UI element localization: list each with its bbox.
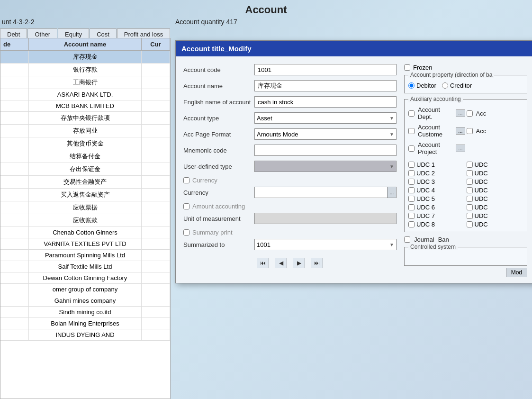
col-header-name: Account name xyxy=(29,38,142,50)
account-quantity: Account quantity 417 xyxy=(175,18,237,26)
account-project-button[interactable]: ... xyxy=(456,145,465,152)
udc3r-row: UDC xyxy=(467,178,523,185)
acc-page-format-select[interactable]: Amounts Mode ▼ xyxy=(254,128,397,140)
journal-checkbox[interactable] xyxy=(404,236,410,243)
frozen-checkbox[interactable] xyxy=(404,64,410,71)
account-code-row: Account code xyxy=(183,64,397,75)
account-customer-button[interactable]: ... xyxy=(456,127,465,135)
acc-page-format-label: Acc Page Format xyxy=(183,131,254,138)
udc3r-checkbox[interactable] xyxy=(467,179,473,185)
row-cur xyxy=(142,250,170,261)
debitor-radio-label[interactable]: Debitor xyxy=(408,82,436,89)
chevron-down-icon: ▼ xyxy=(389,116,394,121)
account-dept-button[interactable]: ... xyxy=(456,109,465,117)
udc2r-label: UDC xyxy=(475,170,488,177)
currency-input[interactable] xyxy=(254,187,387,198)
account-customer-checkbox[interactable] xyxy=(408,128,415,134)
table-row[interactable]: MCB BANK LIMITED xyxy=(0,100,170,112)
nav-prev-button[interactable]: ◀ xyxy=(275,258,287,268)
table-row[interactable]: Saif Textile Mills Ltd xyxy=(0,261,170,272)
row-cur xyxy=(142,318,170,329)
nav-next-button[interactable]: ▶ xyxy=(293,258,305,268)
account-dept-checkbox[interactable] xyxy=(408,110,415,117)
table-row[interactable]: 库存现金 xyxy=(0,51,170,63)
udc5-row: UDC 5 xyxy=(408,195,465,202)
english-name-input[interactable] xyxy=(254,96,397,108)
table-row[interactable]: 工商银行 xyxy=(0,76,170,89)
nav-first-button[interactable]: ⏮ xyxy=(257,258,269,268)
table-row[interactable]: 买入返售金融资产 xyxy=(0,189,170,201)
udc8-checkbox[interactable] xyxy=(408,221,415,227)
acc1-checkbox[interactable] xyxy=(467,110,473,117)
table-row[interactable]: 银行存款 xyxy=(0,63,170,76)
account-code-input[interactable] xyxy=(254,64,397,75)
debitor-radio[interactable] xyxy=(408,82,415,89)
table-row[interactable]: Gahni mines company xyxy=(0,295,170,307)
table-row[interactable]: 存放同业 xyxy=(0,125,170,137)
user-defined-type-select[interactable]: ▼ xyxy=(254,161,397,172)
amount-accounting-checkbox[interactable] xyxy=(183,203,189,209)
row-name: 应收票据 xyxy=(29,201,142,214)
table-row[interactable]: VARNITA TEXTILES PVT LTD xyxy=(0,238,170,250)
udc3-row: UDC 3 xyxy=(408,178,465,185)
summary-print-checkbox[interactable] xyxy=(183,229,189,236)
table-row[interactable]: 应收账款 xyxy=(0,214,170,227)
table-row[interactable]: ASKARI BANK LTD. xyxy=(0,89,170,100)
udc3-checkbox[interactable] xyxy=(408,179,415,185)
unit-measurement-input[interactable] xyxy=(254,213,397,224)
table-row[interactable]: INDUS DYEING AND xyxy=(0,329,170,341)
summarized-to-select[interactable]: 1001 ▼ xyxy=(254,239,397,250)
row-cur xyxy=(142,100,170,111)
creditor-radio-label[interactable]: Creditor xyxy=(442,82,472,89)
udc5-checkbox[interactable] xyxy=(408,196,415,202)
udc2r-checkbox[interactable] xyxy=(467,170,473,176)
account-code-label: unt 4-3-2-2 xyxy=(2,18,34,26)
currency-checkbox[interactable] xyxy=(183,177,189,183)
table-row[interactable]: Paramount Spinning Mills Ltd xyxy=(0,250,170,261)
table-row[interactable]: Dewan Cotton Ginning Factory xyxy=(0,272,170,284)
chevron-down-icon: ▼ xyxy=(389,132,394,137)
row-cur xyxy=(142,112,170,124)
form-section: Account code Account name English name o… xyxy=(183,64,397,279)
table-row[interactable]: 结算备付金 xyxy=(0,150,170,163)
account-type-select[interactable]: Asset ▼ xyxy=(254,112,397,124)
nav-last-button[interactable]: ⏭ xyxy=(311,258,323,268)
udc7-label: UDC 7 xyxy=(416,212,435,219)
row-name: omer group of company xyxy=(29,284,142,295)
udc7r-checkbox[interactable] xyxy=(467,213,473,219)
table-row[interactable]: 应收票据 xyxy=(0,201,170,214)
table-row[interactable]: Sindh mining co.itd xyxy=(0,307,170,318)
table-row[interactable]: 存放中央银行款项 xyxy=(0,112,170,125)
account-project-checkbox[interactable] xyxy=(408,145,415,152)
udc7-checkbox[interactable] xyxy=(408,213,415,219)
mnemonic-code-input[interactable] xyxy=(254,145,397,156)
table-row[interactable]: Chenab Cotton Ginners xyxy=(0,227,170,238)
row-code xyxy=(0,189,29,201)
acc2-checkbox[interactable] xyxy=(467,128,473,134)
udc4-checkbox[interactable] xyxy=(408,187,415,193)
udc2-checkbox[interactable] xyxy=(408,170,415,176)
table-row[interactable]: 其他货币资金 xyxy=(0,137,170,150)
creditor-radio[interactable] xyxy=(442,82,448,89)
udc1r-checkbox[interactable] xyxy=(467,162,473,168)
table-row[interactable]: 交易性金融资产 xyxy=(0,176,170,189)
row-code xyxy=(0,150,29,163)
table-row[interactable]: omer group of company xyxy=(0,284,170,295)
udc4r-checkbox[interactable] xyxy=(467,187,473,193)
udc4r-row: UDC xyxy=(467,187,523,194)
account-name-input[interactable] xyxy=(254,80,397,91)
row-code xyxy=(0,329,29,340)
table-row[interactable]: 存出保证金 xyxy=(0,163,170,176)
udc6r-checkbox[interactable] xyxy=(467,204,473,210)
row-name: 存放中央银行款项 xyxy=(29,112,142,124)
row-name: 应收账款 xyxy=(29,214,142,227)
udc8r-checkbox[interactable] xyxy=(467,221,473,227)
udc5r-checkbox[interactable] xyxy=(467,196,473,202)
udc6-checkbox[interactable] xyxy=(408,204,415,210)
auxiliary-accounting-group: Auxiliary accounting Account Dept. ... A… xyxy=(404,99,527,232)
udc1-checkbox[interactable] xyxy=(408,162,415,168)
currency-input-group: ... xyxy=(254,187,397,198)
mode-button[interactable]: Mod xyxy=(506,268,527,277)
table-row[interactable]: Bolan Mining Enterprises xyxy=(0,318,170,329)
currency-browse-button[interactable]: ... xyxy=(387,187,397,198)
